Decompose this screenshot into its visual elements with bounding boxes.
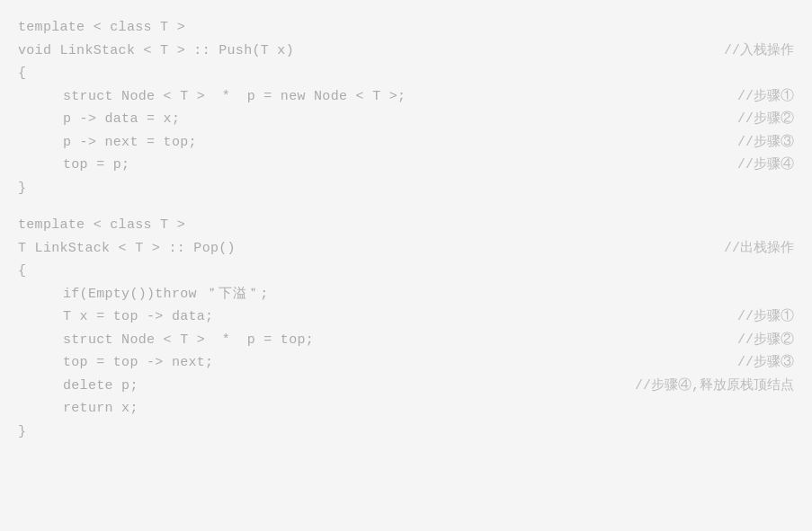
pop-open-brace: { (18, 260, 794, 283)
push-step1-comment: //步骤① (701, 85, 794, 109)
push-step2: p -> data = x;//步骤② (18, 108, 794, 131)
push-step2-comment: //步骤② (701, 108, 794, 131)
pop-return: return x; (18, 397, 794, 420)
push-template: template < class T > (18, 16, 794, 40)
push-step4-comment: //步骤④ (701, 154, 794, 177)
pop-empty-check: if(Empty())throw ＂下溢＂; (18, 283, 794, 306)
push-open-brace: { (18, 62, 794, 85)
pop-step3: top = top -> next;//步骤③ (18, 351, 794, 375)
pop-step4-comment: //步骤④,释放原栈顶结点 (599, 375, 794, 398)
pop-close-brace: } (18, 420, 794, 444)
pop-step2-comment: //步骤② (701, 329, 794, 352)
pop-step1-comment: //步骤① (701, 305, 794, 329)
pop-step1: T x = top -> data;//步骤① (18, 305, 794, 329)
push-signature: void LinkStack < T > :: Push(T x)//入栈操作 (18, 40, 794, 63)
pop-template: template < class T > (18, 214, 794, 237)
pop-signature-comment: //出栈操作 (688, 237, 794, 261)
pop-step3-comment: //步骤③ (701, 351, 794, 375)
push-close-brace: } (18, 177, 794, 200)
push-step1: struct Node < T > * p = new Node < T >;/… (18, 85, 794, 109)
pop-function-block: template < class T >T LinkStack < T > ::… (18, 207, 794, 450)
pop-signature: T LinkStack < T > :: Pop()//出栈操作 (18, 237, 794, 261)
push-function-block: template < class T >void LinkStack < T >… (18, 9, 794, 207)
pop-step4: delete p;//步骤④,释放原栈顶结点 (18, 375, 794, 398)
pop-step2: struct Node < T > * p = top;//步骤② (18, 329, 794, 352)
push-step3-comment: //步骤③ (701, 131, 794, 155)
push-step4: top = p;//步骤④ (18, 154, 794, 177)
push-step3: p -> next = top;//步骤③ (18, 131, 794, 155)
push-signature-comment: //入栈操作 (688, 40, 794, 63)
